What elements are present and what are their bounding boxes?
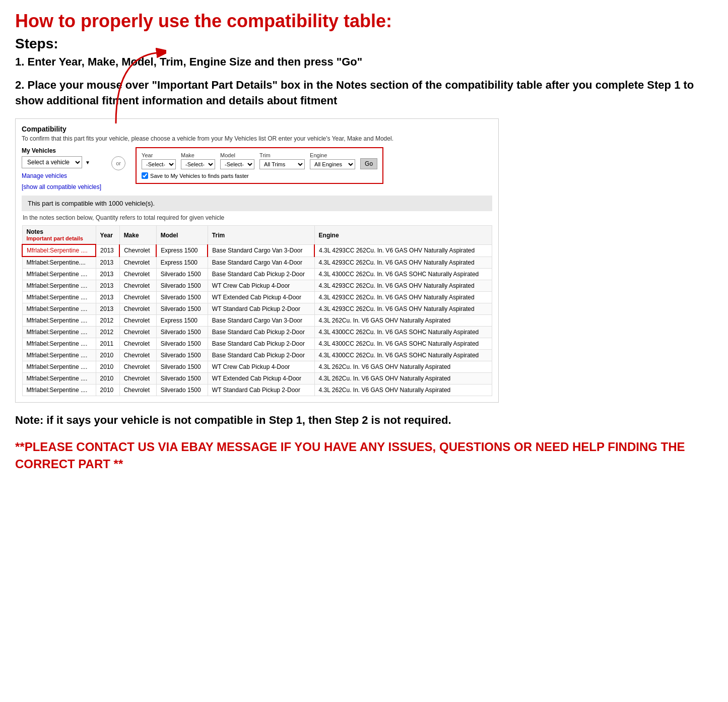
cell-make: Chevrolet: [119, 269, 156, 280]
table-header: Notes Important part details Year Make M…: [22, 226, 492, 245]
cell-model: Silverado 1500: [156, 292, 208, 303]
cell-model: Silverado 1500: [156, 327, 208, 338]
cell-year: 2013: [96, 244, 119, 257]
model-col: Model -Select-: [220, 152, 254, 169]
cell-make: Chevrolet: [119, 327, 156, 338]
cell-model: Silverado 1500: [156, 361, 208, 373]
cell-notes: Mfrlabel:Serpentine ....: [22, 385, 96, 396]
compat-subtitle: To confirm that this part fits your vehi…: [22, 135, 492, 142]
table-row: Mfrlabel:Serpentine ....2010ChevroletSil…: [22, 350, 492, 361]
cell-trim: WT Standard Cab Pickup 2-Door: [208, 303, 314, 315]
cell-model: Silverado 1500: [156, 280, 208, 292]
cell-engine: 4.3L 4293CC 262Cu. In. V6 GAS OHV Natura…: [314, 303, 492, 315]
table-row: Mfrlabel:Serpentine ....2013ChevroletExp…: [22, 244, 492, 257]
th-year: Year: [96, 226, 119, 245]
cell-year: 2013: [96, 257, 119, 269]
save-label: Save to My Vehicles to finds parts faste…: [150, 173, 249, 179]
select-vehicle-dropdown[interactable]: Select a vehicle: [22, 156, 82, 168]
compatibility-section: Compatibility To confirm that this part …: [15, 118, 499, 403]
cell-make: Chevrolet: [119, 350, 156, 361]
cell-model: Silverado 1500: [156, 350, 208, 361]
cell-trim: Base Standard Cargo Van 3-Door: [208, 315, 314, 327]
cell-notes: Mfrlabel:Serpentine ....: [22, 292, 96, 303]
year-select[interactable]: -Select-: [142, 159, 176, 169]
cell-notes: Mfrlabel:Serpentine ....: [22, 361, 96, 373]
table-row: Mfrlabel:Serpentine ....2010ChevroletSil…: [22, 361, 492, 373]
table-body: Mfrlabel:Serpentine ....2013ChevroletExp…: [22, 244, 492, 396]
cell-engine: 4.3L 262Cu. In. V6 GAS OHV Naturally Asp…: [314, 385, 492, 396]
table-row: Mfrlabel:Serpentine ....2012ChevroletExp…: [22, 315, 492, 327]
make-label: Make: [181, 152, 215, 158]
cell-make: Chevrolet: [119, 338, 156, 350]
dropdown-arrow-icon: ▼: [85, 160, 90, 165]
engine-select[interactable]: All Engines: [310, 159, 355, 169]
cell-notes: Mfrlabel:Serpentine ....: [22, 280, 96, 292]
cell-engine: 4.3L 4293CC 262Cu. In. V6 GAS OHV Natura…: [314, 257, 492, 269]
trim-label: Trim: [259, 152, 305, 158]
cell-make: Chevrolet: [119, 292, 156, 303]
show-all-link[interactable]: [show all compatible vehicles]: [22, 183, 101, 190]
table-row: Mfrlabel:Serpentine ....2013ChevroletSil…: [22, 292, 492, 303]
cell-notes: Mfrlabel:Serpentine ....: [22, 303, 96, 315]
cell-year: 2010: [96, 373, 119, 385]
th-make: Make: [119, 226, 156, 245]
contact-text: **PLEASE CONTACT US VIA EBAY MESSAGE IF …: [15, 438, 713, 472]
table-row: Mfrlabel:Serpentine ....2013ChevroletSil…: [22, 269, 492, 280]
cell-notes: Mfrlabel:Serpentine....: [22, 257, 96, 269]
cell-make: Chevrolet: [119, 373, 156, 385]
cell-model: Express 1500: [156, 257, 208, 269]
make-select[interactable]: -Select-: [181, 159, 215, 169]
th-notes: Notes Important part details: [22, 226, 96, 245]
cell-year: 2011: [96, 338, 119, 350]
model-select[interactable]: -Select-: [220, 159, 254, 169]
cell-trim: WT Crew Cab Pickup 4-Door: [208, 361, 314, 373]
compatibility-table: Notes Important part details Year Make M…: [22, 225, 492, 396]
year-make-model-section: Year -Select- Make -Select- Model: [136, 147, 383, 184]
cell-model: Silverado 1500: [156, 338, 208, 350]
step1-text: 1. Enter Year, Make, Model, Trim, Engine…: [15, 55, 713, 70]
table-row: Mfrlabel:Serpentine ....2013ChevroletSil…: [22, 280, 492, 292]
ymm-row: Year -Select- Make -Select- Model: [142, 152, 377, 169]
cell-model: Silverado 1500: [156, 373, 208, 385]
cell-trim: Base Standard Cab Pickup 2-Door: [208, 350, 314, 361]
cell-trim: Base Standard Cab Pickup 2-Door: [208, 269, 314, 280]
save-checkbox[interactable]: [142, 172, 148, 179]
trim-select[interactable]: All Trims: [259, 159, 305, 169]
compatibility-wrapper: Compatibility To confirm that this part …: [15, 118, 713, 403]
cell-trim: WT Standard Cab Pickup 2-Door: [208, 385, 314, 396]
cell-trim: Base Standard Cargo Van 3-Door: [208, 244, 314, 257]
cell-notes: Mfrlabel:Serpentine ....: [22, 244, 96, 257]
cell-trim: WT Crew Cab Pickup 4-Door: [208, 280, 314, 292]
cell-notes: Mfrlabel:Serpentine ....: [22, 350, 96, 361]
table-header-row: Notes Important part details Year Make M…: [22, 226, 492, 245]
cell-engine: 4.3L 4300CC 262Cu. In. V6 GAS SOHC Natur…: [314, 338, 492, 350]
cell-engine: 4.3L 4300CC 262Cu. In. V6 GAS SOHC Natur…: [314, 327, 492, 338]
year-col: Year -Select-: [142, 152, 176, 169]
cell-notes: Mfrlabel:Serpentine ....: [22, 373, 96, 385]
my-vehicles-section: My Vehicles Select a vehicle ▼ Manage ve…: [22, 147, 101, 190]
th-trim: Trim: [208, 226, 314, 245]
table-row: Mfrlabel:Serpentine....2013ChevroletExpr…: [22, 257, 492, 269]
th-notes-sub: Important part details: [27, 235, 92, 241]
table-row: Mfrlabel:Serpentine ....2010ChevroletSil…: [22, 373, 492, 385]
compatible-count-bar: This part is compatible with 1000 vehicl…: [22, 196, 492, 211]
manage-vehicles-link[interactable]: Manage vehicles: [22, 172, 101, 179]
steps-label: Steps:: [15, 36, 713, 52]
cell-year: 2012: [96, 327, 119, 338]
cell-notes: Mfrlabel:Serpentine ....: [22, 338, 96, 350]
cell-engine: 4.3L 4300CC 262Cu. In. V6 GAS SOHC Natur…: [314, 269, 492, 280]
cell-trim: WT Extended Cab Pickup 4-Door: [208, 373, 314, 385]
model-label: Model: [220, 152, 254, 158]
cell-engine: 4.3L 4293CC 262Cu. In. V6 GAS OHV Natura…: [314, 244, 492, 257]
table-row: Mfrlabel:Serpentine ....2012ChevroletSil…: [22, 327, 492, 338]
cell-engine: 4.3L 4293CC 262Cu. In. V6 GAS OHV Natura…: [314, 280, 492, 292]
cell-model: Silverado 1500: [156, 303, 208, 315]
engine-label: Engine: [310, 152, 355, 158]
cell-model: Express 1500: [156, 315, 208, 327]
cell-engine: 4.3L 262Cu. In. V6 GAS OHV Naturally Asp…: [314, 315, 492, 327]
my-vehicles-select-row: Select a vehicle ▼: [22, 156, 101, 168]
th-model: Model: [156, 226, 208, 245]
table-row: Mfrlabel:Serpentine ....2013ChevroletSil…: [22, 303, 492, 315]
cell-year: 2013: [96, 269, 119, 280]
go-button[interactable]: Go: [360, 158, 377, 169]
